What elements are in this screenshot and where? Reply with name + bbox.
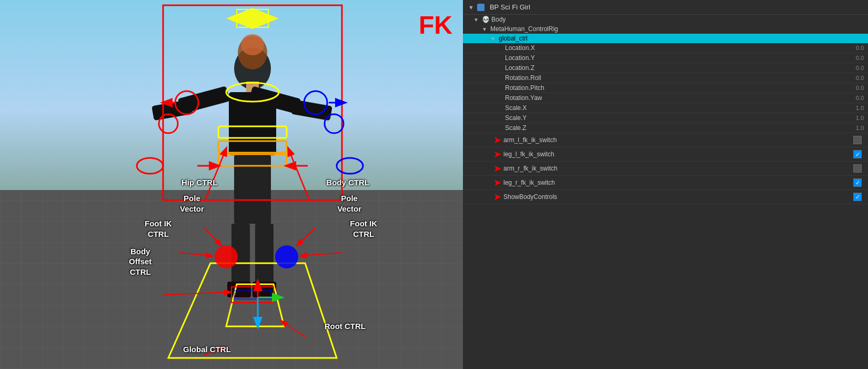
- root-ctrl-label: Root CTRL: [325, 321, 366, 332]
- checkbox-arm-r[interactable]: [851, 164, 864, 173]
- hip-ctrl-label: Hip CTRL: [181, 177, 217, 188]
- prop-value-scale-x: 1.0: [832, 105, 864, 111]
- body-icon: 💀: [482, 16, 489, 23]
- expand-rig[interactable]: ▼: [482, 26, 488, 32]
- prop-location-z[interactable]: Location.Z 0.0: [463, 63, 868, 73]
- arrow-show-body: ➤: [493, 191, 501, 203]
- prop-value-scale-y: 1.0: [832, 115, 864, 121]
- bp-icon: [477, 4, 485, 11]
- prop-value-rotation-pitch: 0.0: [832, 85, 864, 91]
- prop-rotation-pitch[interactable]: Rotation.Pitch 0.0: [463, 83, 868, 93]
- checkbox-unchecked-arm-r[interactable]: [853, 164, 862, 173]
- arrow-arm-l: ➤: [493, 134, 501, 146]
- checkbox-leg-l[interactable]: ✓: [851, 150, 864, 158]
- checkbox-checked-leg-l[interactable]: ✓: [853, 150, 862, 158]
- checkbox-checked-leg-r[interactable]: ✓: [853, 178, 862, 187]
- tree-item-global-ctrl[interactable]: ▼ global_ctrl: [463, 34, 868, 43]
- checkbox-arm-l[interactable]: [851, 136, 864, 144]
- foot-ik-ctrl-left-label: Foot IKCTRL: [145, 218, 172, 239]
- body-label: Body: [491, 16, 506, 23]
- prop-value-location-z: 0.0: [832, 65, 864, 71]
- body-ctrl-label: Body CTRL: [326, 177, 369, 188]
- arrow-leg-r: ➤: [493, 177, 501, 188]
- prop-name-scale-x: Scale.X: [505, 104, 832, 112]
- prop-value-rotation-roll: 0.0: [832, 75, 864, 81]
- prop-name-leg-r: leg_r_fk_ik_switch: [503, 179, 851, 186]
- body-offset-ctrl-label: BodyOffsetCTRL: [129, 246, 152, 277]
- prop-arm-l-switch[interactable]: ➤ arm_l_fk_ik_switch: [463, 133, 868, 147]
- tree-content[interactable]: ▼ 💀 Body ▼ MetaHuman_ControlRig ▼ global…: [463, 15, 868, 369]
- prop-value-location-y: 0.0: [832, 55, 864, 61]
- arrow-leg-l: ➤: [493, 148, 501, 160]
- prop-value-scale-z: 1.0: [832, 125, 864, 131]
- viewport[interactable]: FK Hip CTRL Body CTRL PoleVector PoleVec…: [0, 0, 463, 369]
- prop-location-y[interactable]: Location.Y 0.0: [463, 53, 868, 63]
- prop-name-location-y: Location.Y: [505, 54, 832, 62]
- foot-ik-ctrl-right-label: Foot IKCTRL: [350, 218, 377, 239]
- checkbox-show-body[interactable]: ✓: [851, 193, 864, 201]
- prop-scale-y[interactable]: Scale.Y 1.0: [463, 113, 868, 123]
- expand-body[interactable]: ▼: [473, 17, 480, 23]
- prop-rotation-yaw[interactable]: Rotation.Yaw 0.0: [463, 93, 868, 103]
- prop-name-rotation-pitch: Rotation.Pitch: [505, 84, 832, 92]
- prop-location-x[interactable]: Location.X 0.0: [463, 43, 868, 53]
- prop-name-rotation-yaw: Rotation.Yaw: [505, 94, 832, 102]
- prop-name-rotation-roll: Rotation.Roll: [505, 74, 832, 82]
- prop-value-location-x: 0.0: [832, 45, 864, 51]
- right-panel: ▼ BP Sci Fi Girl ▼ 💀 Body ▼ MetaHuman_Co…: [463, 0, 868, 369]
- fk-label: FK: [419, 11, 452, 39]
- global-ctrl-tree-label: global_ctrl: [499, 35, 528, 42]
- prop-name-show-body: ShowBodyControls: [503, 193, 851, 201]
- expand-global-ctrl[interactable]: ▼: [490, 36, 497, 42]
- global-ctrl-label: Global CTRL: [183, 344, 231, 355]
- tree-item-body[interactable]: ▼ 💀 Body: [463, 15, 868, 24]
- prop-name-leg-l: leg_l_fk_ik_switch: [503, 151, 851, 158]
- tree-header: ▼ BP Sci Fi Girl: [463, 0, 868, 15]
- prop-arm-r-switch[interactable]: ➤ arm_r_fk_ik_switch: [463, 162, 868, 176]
- prop-name-location-x: Location.X: [505, 44, 832, 52]
- prop-leg-r-switch[interactable]: ➤ leg_r_fk_ik_switch ✓: [463, 176, 868, 190]
- bp-title: BP Sci Fi Girl: [490, 3, 530, 11]
- checkbox-unchecked-arm-l[interactable]: [853, 136, 862, 144]
- ground-grid: [0, 190, 463, 369]
- prop-scale-z[interactable]: Scale.Z 1.0: [463, 123, 868, 133]
- pole-vector-right-label: PoleVector: [337, 193, 361, 214]
- rig-label: MetaHuman_ControlRig: [490, 25, 558, 33]
- prop-scale-x[interactable]: Scale.X 1.0: [463, 103, 868, 113]
- checkbox-checked-show-body[interactable]: ✓: [853, 193, 862, 201]
- expand-arrow-root[interactable]: ▼: [468, 4, 474, 11]
- arrow-arm-r: ➤: [493, 163, 501, 174]
- prop-name-scale-y: Scale.Y: [505, 114, 832, 122]
- prop-leg-l-switch[interactable]: ➤ leg_l_fk_ik_switch ✓: [463, 147, 868, 162]
- prop-value-rotation-yaw: 0.0: [832, 95, 864, 101]
- prop-rotation-roll[interactable]: Rotation.Roll 0.0: [463, 73, 868, 83]
- checkbox-leg-r[interactable]: ✓: [851, 178, 864, 187]
- tree-item-rig[interactable]: ▼ MetaHuman_ControlRig: [463, 24, 868, 34]
- prop-name-location-z: Location.Z: [505, 64, 832, 72]
- pole-vector-left-label: PoleVector: [180, 193, 204, 214]
- prop-name-arm-l: arm_l_fk_ik_switch: [503, 136, 851, 144]
- prop-name-arm-r: arm_r_fk_ik_switch: [503, 165, 851, 172]
- prop-show-body[interactable]: ➤ ShowBodyControls ✓: [463, 190, 868, 204]
- prop-name-scale-z: Scale.Z: [505, 124, 832, 132]
